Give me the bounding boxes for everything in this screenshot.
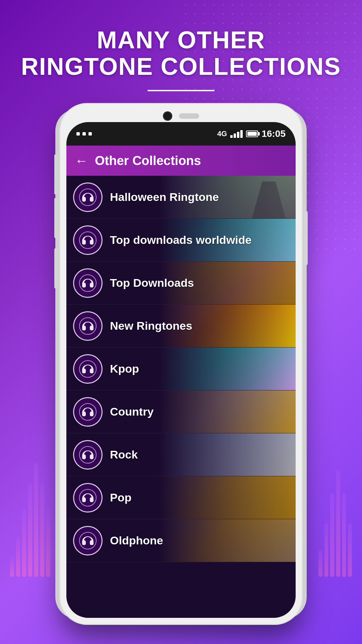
item-bg-kpop bbox=[158, 347, 296, 390]
phone-top-bar bbox=[163, 111, 199, 121]
collection-item-worldwide[interactable]: Top downloads worldwide bbox=[66, 219, 296, 262]
item-label-halloween: Halloween Ringtone bbox=[110, 191, 219, 204]
headphones-icon-kpop bbox=[73, 354, 103, 384]
headphones-icon-halloween bbox=[73, 182, 103, 212]
status-dot1 bbox=[76, 132, 80, 136]
item-bg-country bbox=[158, 390, 296, 433]
signal-icon bbox=[230, 130, 243, 138]
item-bg-rock bbox=[158, 433, 296, 476]
phone-shell: 4G 16:05 ← Other Collections bbox=[60, 104, 302, 624]
item-label-worldwide: Top downloads worldwide bbox=[110, 233, 251, 247]
header-section: MANY OTHER RINGTONE COLLECTIONS bbox=[0, 27, 362, 91]
item-bg-oldphone bbox=[158, 519, 296, 562]
collection-item-country[interactable]: Country bbox=[66, 390, 296, 433]
header-line1: MANY OTHER bbox=[0, 27, 362, 53]
svg-point-8 bbox=[79, 532, 96, 549]
headphones-svg bbox=[79, 446, 97, 464]
svg-point-5 bbox=[79, 404, 96, 420]
status-dot2 bbox=[82, 132, 86, 136]
svg-point-4 bbox=[79, 361, 96, 377]
back-button[interactable]: ← bbox=[75, 153, 88, 168]
status-bar: 4G 16:05 bbox=[66, 122, 296, 146]
headphones-icon-country bbox=[73, 397, 103, 427]
item-label-pop: Pop bbox=[110, 491, 131, 504]
collection-item-halloween[interactable]: Halloween Ringtone bbox=[66, 176, 296, 219]
item-bg-pop bbox=[158, 476, 296, 519]
headphones-svg bbox=[79, 489, 97, 507]
collection-item-newringtones[interactable]: New Ringtones bbox=[66, 305, 296, 347]
item-label-newringtones: New Ringtones bbox=[110, 319, 192, 332]
app-header: ← Other Collections bbox=[66, 146, 296, 176]
header-divider bbox=[147, 90, 215, 91]
svg-point-3 bbox=[79, 318, 96, 334]
headphones-svg bbox=[79, 317, 97, 335]
headphones-icon-newringtones bbox=[73, 311, 103, 341]
headphones-svg bbox=[79, 532, 97, 550]
sound-wave-left bbox=[10, 443, 50, 577]
item-label-rock: Rock bbox=[110, 448, 138, 461]
headphones-icon-rock bbox=[73, 440, 103, 470]
headphones-svg bbox=[79, 360, 97, 378]
collection-item-rock[interactable]: Rock bbox=[66, 433, 296, 476]
headphones-svg bbox=[79, 403, 97, 421]
svg-point-1 bbox=[79, 232, 96, 249]
headphones-icon-topdownloads bbox=[73, 268, 103, 298]
page-title: Other Collections bbox=[95, 154, 201, 168]
header-line2: RINGTONE COLLECTIONS bbox=[0, 53, 362, 80]
svg-point-7 bbox=[79, 489, 96, 506]
collection-item-topdownloads[interactable]: Top Downloads bbox=[66, 262, 296, 305]
headphones-svg bbox=[79, 274, 97, 292]
collection-item-kpop[interactable]: Kpop bbox=[66, 347, 296, 390]
camera bbox=[163, 111, 172, 121]
headphones-svg bbox=[79, 188, 97, 206]
svg-point-6 bbox=[79, 446, 96, 463]
collection-item-pop[interactable]: Pop bbox=[66, 476, 296, 519]
item-label-country: Country bbox=[110, 405, 154, 418]
headphones-svg bbox=[79, 231, 97, 249]
item-label-kpop: Kpop bbox=[110, 362, 139, 375]
collection-item-oldphone[interactable]: Oldphone bbox=[66, 519, 296, 562]
speaker bbox=[179, 113, 199, 119]
headphones-icon-oldphone bbox=[73, 526, 103, 555]
sound-wave-right bbox=[318, 460, 352, 577]
item-label-topdownloads: Top Downloads bbox=[110, 276, 194, 289]
status-dot3 bbox=[88, 132, 92, 136]
status-left bbox=[76, 132, 92, 136]
headphones-icon-pop bbox=[73, 483, 103, 513]
collection-list: Halloween Ringtone Top downloads worldwi… bbox=[66, 176, 296, 618]
battery-icon bbox=[246, 130, 258, 137]
svg-point-0 bbox=[79, 189, 96, 206]
svg-point-2 bbox=[79, 275, 96, 291]
phone-screen: 4G 16:05 ← Other Collections bbox=[66, 122, 296, 618]
time-display: 16:05 bbox=[261, 128, 286, 139]
status-right: 4G 16:05 bbox=[217, 128, 286, 139]
phone-mockup: 4G 16:05 ← Other Collections bbox=[60, 104, 302, 624]
headphones-icon-worldwide bbox=[73, 225, 103, 255]
item-label-oldphone: Oldphone bbox=[110, 534, 163, 547]
network-indicator: 4G bbox=[217, 129, 227, 138]
